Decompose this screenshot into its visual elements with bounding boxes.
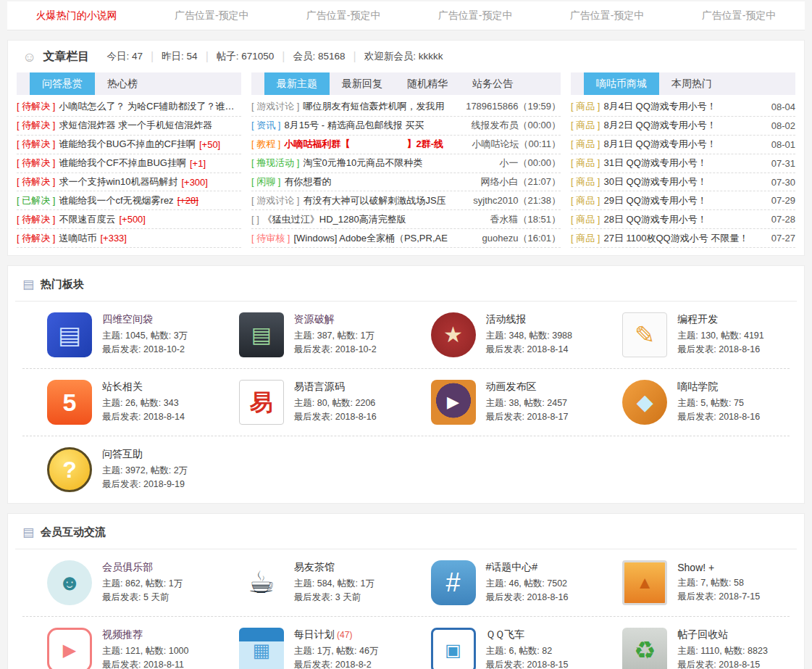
- list-item[interactable]: [ 商品 ]8月2日 QQ游戏专用小号！08-02: [571, 117, 795, 136]
- forum-name-link[interactable]: 帖子回收站: [677, 628, 768, 641]
- list-item[interactable]: [ 待解决 ]求短信混炸器 求一个手机短信混炸器: [17, 117, 241, 136]
- list-item[interactable]: [ 待解决 ]谁能给我个CF不掉血BUG挂啊[+1]: [17, 154, 241, 173]
- topic-title[interactable]: 谁能给我个CF不掉血BUG挂啊: [59, 157, 186, 170]
- forum-block[interactable]: ##话题中心#主题: 46, 帖数: 7502最后发表: 2018-8-16: [406, 560, 598, 605]
- topic-tag[interactable]: [ 待解决 ]: [17, 232, 55, 245]
- forum-block[interactable]: ♻帖子回收站主题: 1110, 帖数: 8823最后发表: 2018-8-15: [598, 628, 790, 669]
- list-item[interactable]: [ 商品 ]29日 QQ游戏专用小号！07-29: [571, 191, 795, 210]
- tab-random-digest[interactable]: 随机精华: [395, 72, 460, 95]
- ad-slot-5[interactable]: 广告位置-预定中: [702, 9, 777, 22]
- topic-tag[interactable]: [ 待解决 ]: [17, 138, 55, 151]
- ad-slot-2[interactable]: 广告位置-预定中: [306, 9, 381, 22]
- forum-block[interactable]: ▦每日计划 (47)主题: 1万, 帖数: 46万最后发表: 2018-8-2: [214, 628, 406, 669]
- list-item[interactable]: [ 商品 ]27日 1100枚QQ游戏小号 不限量！07-27: [571, 229, 795, 248]
- topic-tag[interactable]: [ 商品 ]: [571, 194, 600, 207]
- topic-title[interactable]: 有没有大神可以破解刺激战场JS压: [303, 194, 445, 207]
- topic-title[interactable]: [Windows] Adobe全家桶（PS,PR,AE: [293, 232, 447, 245]
- grid-box-icon[interactable]: ▤: [47, 312, 92, 357]
- list-item[interactable]: [ 待审核 ][Windows] Adobe全家桶（PS,PR,AEguohez…: [251, 229, 561, 248]
- forum-name-link[interactable]: 编程开发: [677, 313, 764, 326]
- topic-tag[interactable]: [ 待解决 ]: [17, 100, 55, 113]
- html5-icon[interactable]: 5: [47, 380, 92, 425]
- topic-title[interactable]: 谁能给我一个cf无视烟雾rez: [59, 194, 173, 207]
- topic-tag[interactable]: [ 资讯 ]: [251, 119, 280, 132]
- topic-author-time[interactable]: 香水猫（18:51）: [484, 213, 561, 226]
- topic-tag[interactable]: [ 待解决 ]: [17, 157, 55, 170]
- topic-title[interactable]: 30日 QQ游戏专用小号！: [603, 175, 706, 188]
- picture-icon[interactable]: ▲: [622, 560, 667, 605]
- list-item[interactable]: [ ]《猛虫过江》HD_1280高清完整版香水猫（18:51）: [251, 210, 561, 229]
- forum-block[interactable]: ☻会员俱乐部主题: 862, 帖数: 1万最后发表: 5 天前: [22, 560, 214, 605]
- list-item[interactable]: [ 待解决 ]求一个支持win10机器码解封[+300]: [17, 173, 241, 192]
- forum-name-link[interactable]: 活动线报: [486, 313, 573, 326]
- people-group-icon[interactable]: ☕: [239, 560, 284, 605]
- topic-author-time[interactable]: 1789615866（19:59）: [460, 100, 561, 113]
- topic-title[interactable]: 小嘀咕怎么了？ 为哈CF辅助都没了？谁来解: [59, 100, 241, 113]
- forum-block[interactable]: ▣ＱＱ飞车主题: 6, 帖数: 82最后发表: 2018-8-15: [406, 628, 598, 669]
- tab-latest-replies[interactable]: 最新回复: [330, 72, 395, 95]
- forum-block[interactable]: ▶视频推荐主题: 121, 帖数: 1000最后发表: 2018-8-11: [22, 628, 214, 669]
- tab-site-announcements[interactable]: 站务公告: [460, 72, 525, 95]
- topic-tag[interactable]: [ 游戏讨论 ]: [251, 100, 299, 113]
- topic-tag[interactable]: [ 已解决 ]: [17, 194, 55, 207]
- bounty-amount[interactable]: [+500]: [119, 214, 146, 225]
- tab-qa-bounty[interactable]: 问答悬赏: [30, 72, 95, 95]
- forum-name-link[interactable]: 问答互助: [102, 448, 188, 461]
- topic-title[interactable]: 29日 QQ游戏专用小号！: [603, 194, 706, 207]
- list-item[interactable]: [ 商品 ]31日 QQ游戏专用小号！07-31: [571, 154, 795, 173]
- topic-tag[interactable]: [ 商品 ]: [571, 119, 600, 132]
- list-item[interactable]: [ 闲聊 ]有你想看的网络小白（21:07）: [251, 173, 561, 192]
- topic-title[interactable]: 《猛虫过江》HD_1280高清完整版: [263, 213, 406, 226]
- topic-title[interactable]: 8月2日 QQ游戏专用小号！: [603, 119, 716, 132]
- calendar-clock-icon[interactable]: ▦: [239, 628, 284, 669]
- forum-block[interactable]: ▲Show! +主题: 7, 帖数: 58最后发表: 2018-7-15: [598, 560, 790, 605]
- topic-tag[interactable]: [ 待解决 ]: [17, 175, 55, 188]
- forum-name-link[interactable]: 每日计划 (47): [294, 628, 379, 641]
- topic-author-time[interactable]: 网络小白（21:07）: [474, 175, 561, 188]
- topic-tag[interactable]: [ 商品 ]: [571, 138, 600, 151]
- bounty-amount[interactable]: [+300]: [181, 177, 208, 188]
- list-item[interactable]: [ 商品 ]30日 QQ游戏专用小号！07-30: [571, 173, 795, 192]
- topic-title[interactable]: 31日 QQ游戏专用小号！: [603, 157, 706, 170]
- star-badge-icon[interactable]: ★: [431, 312, 476, 357]
- topic-title[interactable]: 小嘀咕福利群【 】2群-线: [284, 138, 443, 151]
- pencil-paper-icon[interactable]: ✎: [622, 312, 667, 357]
- list-item[interactable]: [ 撸现活动 ]淘宝0元撸10元商品不限种类小一（00:00）: [251, 154, 561, 173]
- list-item[interactable]: [ 商品 ]8月4日 QQ游戏专用小号！08-04: [571, 98, 795, 117]
- topic-tag[interactable]: [ 商品 ]: [571, 232, 600, 245]
- novel-site-link[interactable]: 火爆热门的小说网: [36, 9, 117, 22]
- topic-title[interactable]: 求短信混炸器 求一个手机短信混炸器: [59, 119, 212, 132]
- forum-block[interactable]: ◆嘀咕学院主题: 5, 帖数: 75最后发表: 2018-8-16: [598, 380, 790, 425]
- topic-title[interactable]: 哪位朋友有短信轰炸机啊，发我用: [303, 100, 444, 113]
- forum-block[interactable]: ▶动画发布区主题: 38, 帖数: 2457最后发表: 2018-8-17: [406, 380, 598, 425]
- list-item[interactable]: [ 游戏讨论 ]有没有大神可以破解刺激战场JS压syjthc2010（21:38…: [251, 191, 561, 210]
- forum-block[interactable]: ☕易友茶馆主题: 584, 帖数: 1万最后发表: 3 天前: [214, 560, 406, 605]
- forum-block[interactable]: ✎编程开发主题: 130, 帖数: 4191最后发表: 2018-8-16: [598, 312, 790, 357]
- forum-name-link[interactable]: 动画发布区: [486, 381, 569, 394]
- topic-tag[interactable]: [ 商品 ]: [571, 213, 600, 226]
- forum-block[interactable]: ?问答互助主题: 3972, 帖数: 2万最后发表: 2018-9-19: [22, 447, 214, 492]
- topic-tag[interactable]: [ 闲聊 ]: [251, 175, 280, 188]
- bounty-amount[interactable]: [+28]: [177, 195, 198, 206]
- topic-tag[interactable]: [ 待解决 ]: [17, 119, 55, 132]
- forum-name-link[interactable]: 易友茶馆: [294, 561, 374, 574]
- forum-name-link[interactable]: #话题中心#: [486, 561, 569, 574]
- topic-title[interactable]: 有你想看的: [284, 175, 331, 188]
- list-item[interactable]: [ 商品 ]8月1日 QQ游戏专用小号！08-01: [571, 136, 795, 154]
- forum-block[interactable]: 5站长相关主题: 26, 帖数: 343最后发表: 2018-8-14: [22, 380, 214, 425]
- forum-block[interactable]: ▤四维空间袋主题: 1045, 帖数: 3万最后发表: 2018-10-2: [22, 312, 214, 357]
- forum-name-link[interactable]: 易语言源码: [294, 381, 377, 394]
- people-chat-icon[interactable]: ☻: [47, 560, 92, 605]
- topic-author-time[interactable]: guohezu（16:01）: [477, 232, 561, 245]
- forum-block[interactable]: ★活动线报主题: 348, 帖数: 3988最后发表: 2018-8-14: [406, 312, 598, 357]
- tab-weekly-hot[interactable]: 本周热门: [659, 72, 724, 95]
- topic-tag[interactable]: [ 教程 ]: [251, 138, 280, 151]
- topic-tag[interactable]: [ 商品 ]: [571, 175, 600, 188]
- topic-title[interactable]: 不限速百度云: [59, 213, 115, 226]
- forum-name-link[interactable]: 会员俱乐部: [102, 561, 183, 574]
- list-item[interactable]: [ 已解决 ]谁能给我一个cf无视烟雾rez[+28]: [17, 191, 241, 210]
- forum-name-link[interactable]: 资源破解: [294, 313, 377, 326]
- video-play-icon[interactable]: ▶: [47, 628, 92, 669]
- list-item[interactable]: [ 待解决 ]小嘀咕怎么了？ 为哈CF辅助都没了？谁来解: [17, 98, 241, 117]
- cpu-icon[interactable]: ▣: [431, 628, 476, 669]
